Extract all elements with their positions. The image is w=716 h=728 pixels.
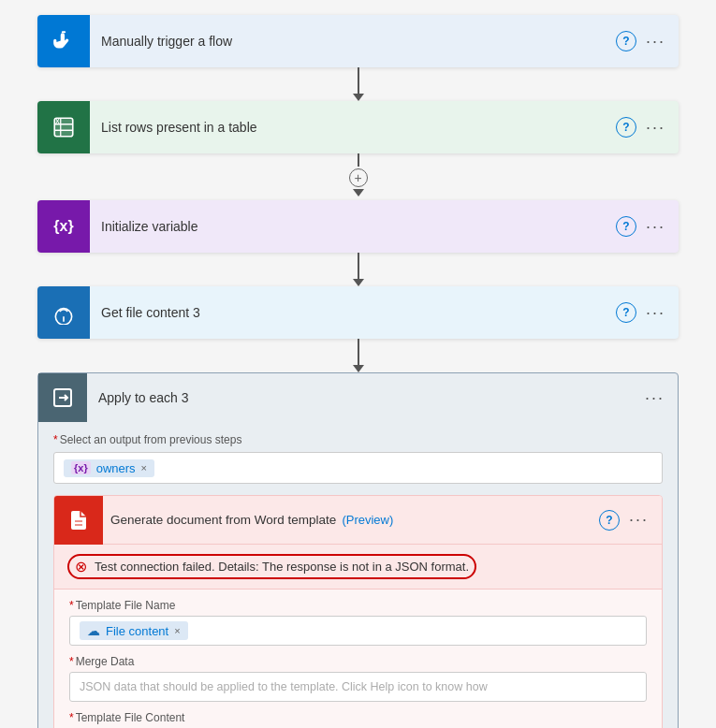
connector-arrow-1 — [353, 94, 364, 101]
file-content-token: ☁ File content × — [80, 621, 188, 640]
form-row-merge-data: *Merge Data JSON data that should be app… — [69, 655, 647, 702]
connector-line-1 — [358, 67, 359, 94]
get-file-more-button[interactable]: ··· — [644, 303, 667, 323]
apply-each-more-button[interactable]: ··· — [643, 388, 666, 408]
generate-doc-help-button[interactable]: ? — [599, 510, 620, 531]
generate-doc-label-wrapper: Generate document from Word template (Pr… — [103, 513, 599, 527]
apply-each-label: Apply to each 3 — [87, 390, 643, 405]
generate-doc-more-button[interactable]: ··· — [627, 510, 650, 530]
form-row-template-content: *Template File Content The content of th… — [69, 711, 647, 728]
list-rows-help-button[interactable]: ? — [616, 117, 636, 138]
template-file-label: *Template File Name — [69, 599, 647, 612]
connector-arrow-4 — [353, 365, 364, 372]
file-token-cloud-icon: ☁ — [87, 623, 100, 638]
file-token-close-button[interactable]: × — [174, 625, 180, 636]
init-var-label: Initialize variable — [90, 219, 616, 234]
generate-doc-header: Generate document from Word template (Pr… — [54, 496, 662, 545]
token-text: owners — [96, 461, 136, 475]
generate-doc-label: Generate document from Word template — [110, 513, 336, 527]
template-file-required: * — [69, 599, 74, 612]
error-icon: ⊗ — [75, 558, 87, 575]
generate-doc-actions: ? ··· — [599, 510, 662, 531]
error-oval-wrapper: ⊗ Test connection failed. Details: The r… — [67, 554, 476, 579]
connector-2: + — [37, 153, 679, 200]
apply-each-header: Apply to each 3 ··· — [38, 373, 678, 422]
svg-text:X: X — [55, 118, 60, 124]
variable-icon: {x} — [37, 200, 90, 253]
init-var-help-button[interactable]: ? — [616, 216, 636, 237]
step-get-file: Get file content 3 ? ··· — [37, 286, 679, 339]
trigger-help-button[interactable]: ? — [616, 31, 636, 51]
loop-icon — [38, 373, 87, 422]
connector-arrow-3 — [353, 279, 364, 286]
trigger-label: Manually trigger a flow — [90, 34, 616, 49]
select-output-section: *Select an output from previous steps {x… — [53, 433, 663, 484]
generate-doc-card: Generate document from Word template (Pr… — [53, 495, 663, 728]
file-token-text: File content — [106, 624, 168, 638]
owners-token: {x} owners × — [64, 459, 154, 477]
form-section: *Template File Name ☁ File content × *Me… — [54, 590, 662, 728]
connector-line-2a — [358, 153, 359, 167]
merge-data-input[interactable]: JSON data that should be applied to the … — [69, 672, 647, 702]
step-list-rows: X List rows present in a table ? ··· — [37, 101, 679, 153]
template-content-required: * — [69, 711, 74, 724]
merge-data-placeholder: JSON data that should be applied to the … — [80, 680, 488, 693]
init-var-actions: ? ··· — [616, 216, 679, 237]
trigger-icon — [37, 15, 90, 67]
svg-rect-0 — [62, 31, 66, 33]
connector-1 — [37, 67, 679, 101]
connector-line-3 — [358, 253, 359, 279]
get-file-help-button[interactable]: ? — [616, 302, 636, 323]
token-input-field[interactable]: {x} owners × — [53, 452, 663, 484]
list-rows-actions: ? ··· — [616, 117, 679, 138]
connector-arrow-2 — [353, 189, 364, 197]
file-icon — [37, 286, 90, 339]
select-output-required-mark: * — [53, 433, 58, 446]
adobe-icon — [54, 496, 103, 545]
connector-3 — [37, 253, 679, 286]
apply-each-actions: ··· — [643, 388, 678, 408]
apply-each-container: Apply to each 3 ··· *Select an output fr… — [37, 372, 679, 728]
template-content-label: *Template File Content — [69, 711, 647, 724]
select-output-label: *Select an output from previous steps — [53, 433, 663, 446]
merge-data-required: * — [69, 655, 74, 668]
error-banner: ⊗ Test connection failed. Details: The r… — [54, 545, 662, 590]
connector-arrow-wrap-2 — [353, 189, 364, 197]
add-step-button-1[interactable]: + — [349, 168, 368, 187]
step-init-var: {x} Initialize variable ? ··· — [37, 200, 679, 253]
list-rows-more-button[interactable]: ··· — [644, 118, 667, 138]
merge-data-label: *Merge Data — [69, 655, 647, 668]
connector-line-4 — [358, 339, 359, 365]
token-icon: {x} — [71, 461, 91, 474]
get-file-label: Get file content 3 — [90, 305, 616, 320]
template-file-input[interactable]: ☁ File content × — [69, 616, 647, 646]
step-trigger: Manually trigger a flow ? ··· — [37, 15, 679, 67]
error-text: Test connection failed. Details: The res… — [95, 560, 469, 574]
connector-4 — [37, 339, 679, 372]
token-close-button[interactable]: × — [141, 462, 147, 473]
preview-badge: (Preview) — [342, 513, 393, 527]
trigger-actions: ? ··· — [616, 31, 679, 51]
list-rows-label: List rows present in a table — [90, 120, 616, 135]
init-var-more-button[interactable]: ··· — [644, 217, 667, 237]
get-file-actions: ? ··· — [616, 302, 679, 323]
form-row-template-file: *Template File Name ☁ File content × — [69, 599, 647, 646]
excel-icon: X — [37, 101, 90, 153]
trigger-more-button[interactable]: ··· — [644, 32, 667, 51]
